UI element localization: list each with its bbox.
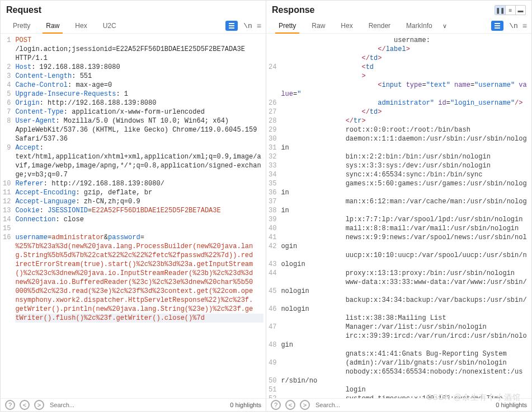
tab-raw[interactable]: Raw [38,18,67,33]
svg-rect-4 [495,25,500,26]
response-editor[interactable]: 2426272829303132333435363738394041424344… [266,34,531,398]
layout-single-icon[interactable]: ▬ [515,6,525,15]
response-footer: ? < > 0 highlights [266,398,531,411]
request-body[interactable]: POST/login.action;jsessionid=E22A52FF56D… [14,34,266,398]
tab-u2c[interactable]: U2C [95,18,124,33]
search-icon-resp[interactable]: ? [271,400,281,410]
response-panel: Response ❚❚ ≡ ▬ Pretty Raw Hex Render Ma… [266,0,532,412]
tab-pretty-resp[interactable]: Pretty [271,18,304,33]
svg-rect-2 [229,27,234,29]
hamburger-icon[interactable]: ≡ [257,21,261,30]
svg-rect-5 [495,27,500,29]
search-icon[interactable]: ? [5,400,15,410]
chevron-down-icon[interactable]: ∨ [442,22,447,30]
prev-icon[interactable]: < [20,400,30,410]
svg-rect-1 [229,25,234,26]
request-tabs: Pretty Raw Hex U2C \n ≡ [1,18,266,34]
search-input[interactable] [49,401,136,409]
tab-hex-resp[interactable]: Hex [333,18,360,33]
tab-render-resp[interactable]: Render [361,18,398,33]
response-title: Response [272,5,314,15]
actions-icon-resp[interactable] [491,21,503,31]
request-footer: ? < > 0 highlights [1,398,266,411]
response-gutter: 2426272829303132333435363738394041424344… [266,34,280,398]
request-gutter: 12345678910111213141516 [1,34,14,398]
split-container: Request Pretty Raw Hex U2C \n ≡ 12345678… [0,0,532,412]
layout-split-icon[interactable]: ❚❚ [495,6,505,15]
request-title: Request [6,5,41,15]
next-icon[interactable]: > [34,400,44,410]
svg-rect-0 [229,23,234,24]
highlights-count: 0 highlights [230,402,261,408]
response-tabs: Pretty Raw Hex Render MarkInfo ∨ \n ≡ [266,18,531,34]
next-icon-resp[interactable]: > [300,400,310,410]
layout-stack-icon[interactable]: ≡ [505,6,515,15]
layout-toggle[interactable]: ❚❚ ≡ ▬ [495,5,526,15]
prev-icon-resp[interactable]: < [285,400,295,410]
request-panel: Request Pretty Raw Hex U2C \n ≡ 12345678… [0,0,266,412]
tab-hex[interactable]: Hex [67,18,95,33]
svg-rect-3 [495,23,500,24]
highlights-count-resp: 0 highlights [496,402,527,408]
actions-icon[interactable] [225,21,238,31]
tab-pretty[interactable]: Pretty [5,18,38,33]
newline-icon[interactable]: \n [243,22,252,30]
tab-raw-resp[interactable]: Raw [304,18,333,33]
request-editor[interactable]: 12345678910111213141516 POST/login.actio… [1,34,266,398]
tab-markinfo-resp[interactable]: MarkInfo [398,18,440,33]
response-title-bar: Response ❚❚ ≡ ▬ [266,1,531,18]
response-body[interactable]: username: </label> </td> <td > <input ty… [280,34,531,398]
newline-icon-resp[interactable]: \n [509,22,518,30]
hamburger-icon-resp[interactable]: ≡ [522,21,527,30]
search-input-resp[interactable] [314,401,402,409]
request-title-bar: Request [1,1,266,18]
